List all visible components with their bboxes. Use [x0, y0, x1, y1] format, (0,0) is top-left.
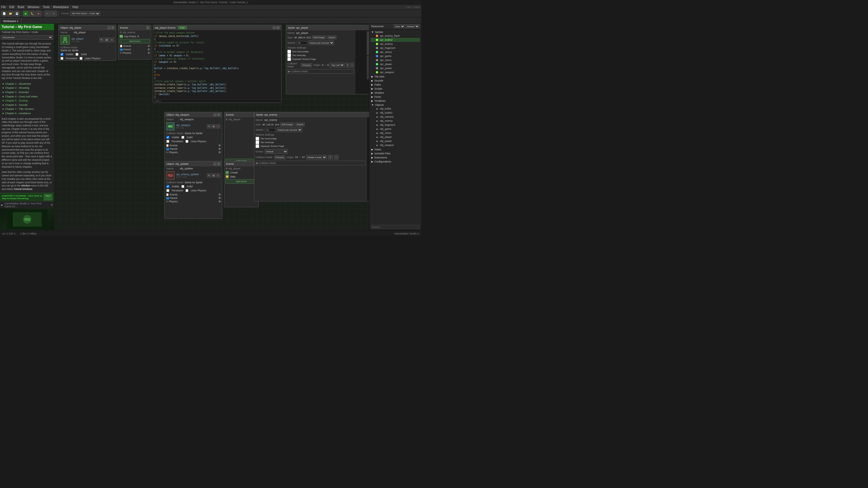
add-event-splatter-btn[interactable]: Add Event	[225, 179, 257, 184]
obj-splatter-edit-btn[interactable]: ✎	[207, 173, 211, 177]
obj-weapon-events-btn[interactable]: 📋 Events⚙	[166, 144, 221, 147]
edit-image-btn[interactable]: Edit Image	[312, 36, 326, 39]
run-btn[interactable]: ▶	[23, 11, 29, 17]
obj-player-delete-btn[interactable]: ✕	[110, 38, 114, 42]
undo-btn[interactable]: ↩	[44, 11, 50, 17]
res-spr-weapon[interactable]: spr_weapon	[371, 70, 420, 74]
res-obj-menu[interactable]: ◈ obj_menu	[371, 131, 420, 135]
res-section-timelines-header[interactable]: ▶ Timelines	[371, 99, 420, 103]
sprite-player-speed-input[interactable]	[297, 41, 307, 45]
res-obj-pawer[interactable]: ◈ obj_pawer	[371, 139, 420, 143]
debug-btn[interactable]: 🐛	[29, 11, 35, 17]
menu-build[interactable]: Build	[18, 5, 24, 9]
obj-splatter-min-btn[interactable]: —	[214, 162, 216, 165]
enemy-group-select[interactable]: Default	[265, 149, 288, 154]
res-spr-bullet2[interactable]: spr_bullet2	[371, 38, 420, 42]
obj-player-close-btn[interactable]: ✕	[112, 26, 114, 29]
chapter-7[interactable]: ● Chapter 7 - Title Screens	[2, 107, 52, 111]
obj-weapon-physics-btn[interactable]: ⚛ Physics⚙	[166, 151, 221, 154]
enemy-tile-h-check[interactable]	[255, 137, 259, 140]
obj-weapon-parent-btn[interactable]: 👥 Parent⚙	[166, 148, 221, 150]
res-section-objects-header[interactable]: ▼ Objects	[371, 103, 420, 107]
obj-splatter-persistent-check[interactable]	[166, 189, 169, 192]
res-section-paths-header[interactable]: ▶ Paths	[371, 83, 420, 87]
res-obj-fragment[interactable]: ◈ obj_fragment	[371, 123, 420, 127]
enemy-separate-check[interactable]	[255, 144, 259, 148]
stop-btn[interactable]: ■	[36, 11, 41, 17]
res-spr-pawer[interactable]: spr_pawer	[371, 66, 420, 70]
res-spr-venus[interactable]: spr_venus	[371, 50, 420, 54]
events-player-close-btn[interactable]: ✕	[146, 26, 149, 29]
obj-splatter-physics-check[interactable]	[185, 189, 188, 192]
enemy-import-btn[interactable]: Import	[296, 123, 305, 126]
res-section-shaders-header[interactable]: ▶ Shaders	[371, 91, 420, 95]
code-tab-step[interactable]: Step	[178, 26, 187, 29]
obj-weapon-min-btn[interactable]: —	[214, 113, 216, 116]
res-obj-bullet2[interactable]: ◈ obj_bullet2	[371, 111, 420, 115]
events-player-events-btn[interactable]: 📋Events⚙	[120, 44, 150, 47]
res-obj-camera[interactable]: ◈ obj_camera	[371, 115, 420, 119]
res-spr-enemy[interactable]: spr_enemy	[371, 42, 420, 46]
obj-weapon-persistent-check[interactable]	[166, 140, 169, 143]
obj-weapon-solid-check[interactable]	[181, 136, 184, 139]
obj-splatter-close-btn[interactable]: ✕	[217, 162, 220, 165]
obj-weapon-delete-btn[interactable]: ✕	[216, 124, 220, 128]
code-editor-close-btn[interactable]: ✕	[277, 26, 279, 29]
video-settings-icon[interactable]: ⚙	[51, 203, 53, 206]
enemy-zoom-in[interactable]: +	[328, 155, 333, 160]
res-spr-menu[interactable]: spr_menu	[371, 58, 420, 62]
menu-windows[interactable]: Windows	[28, 5, 40, 9]
chapter-dropdown[interactable]: Introduction	[1, 35, 53, 40]
res-obj-player[interactable]: ◈ obj_player	[371, 135, 420, 139]
obj-weapon-edit-btn[interactable]: ✎	[207, 124, 211, 128]
obj-player-persistent-check[interactable]	[60, 57, 63, 60]
sprite-zoom-in[interactable]: +	[346, 63, 349, 67]
tutorial-dropdown[interactable]: My First Game – Code	[70, 11, 100, 16]
chapter-5[interactable]: ● Chapter 5 - Scoring	[2, 99, 52, 103]
obj-splatter-solid-check[interactable]	[181, 185, 184, 188]
event-key-press[interactable]: ⌨ Key Press: 8	[118, 34, 151, 38]
chapter-6[interactable]: ● Chapter 6 - Sounds	[2, 103, 52, 107]
obj-weapon-physics-check[interactable]	[185, 140, 188, 143]
next-btn[interactable]: Next →	[44, 194, 52, 200]
res-obj-weapon[interactable]: ◈ obj_weapon	[371, 143, 420, 147]
enemy-zoom-out[interactable]: −	[334, 155, 339, 160]
obj-weapon-close-btn[interactable]: ✕	[217, 113, 220, 116]
collision-preview-btn[interactable]: Preview	[301, 63, 312, 67]
res-section-tilesets-header[interactable]: ▶ Tile Sets	[371, 75, 420, 78]
obj-splatter-browse-btn[interactable]: ⊞	[212, 173, 216, 177]
code-editor-min-btn[interactable]: —	[273, 26, 276, 29]
res-section-extensions-header[interactable]: ▶ Extensions	[371, 156, 420, 159]
menu-help[interactable]: Help	[72, 5, 79, 9]
res-spr-game[interactable]: spr_game	[371, 54, 420, 58]
save-btn[interactable]: 💾	[14, 11, 20, 17]
resources-filter-select[interactable]: Default	[406, 24, 420, 28]
chapter-4[interactable]: ● Chapter 4 - Lives And Views	[2, 95, 52, 99]
sprite-zoom-out[interactable]: −	[350, 63, 354, 67]
enemy-collision-mask-section[interactable]: ▶ Collision Mask	[255, 161, 365, 165]
menu-tools[interactable]: Tools	[43, 5, 50, 9]
code-editor-header[interactable]: obj_player Events Step — ✕	[153, 25, 281, 30]
obj-splatter-parent-btn[interactable]: 👥 Parent⚙	[166, 197, 221, 199]
obj-weapon-header[interactable]: Object: obj_weapon — ✕	[165, 112, 222, 118]
enemy-tile-v-check[interactable]	[255, 140, 259, 144]
obj-player-browse-btn[interactable]: ⊞	[104, 38, 109, 42]
code-editor-body[interactable]: //fire the main weapon button if (mouse_…	[153, 30, 281, 99]
obj-player-solid-check[interactable]	[75, 53, 79, 56]
import-btn[interactable]: Import	[327, 36, 337, 39]
events-player-physics-btn[interactable]: ⚛Physics⚙	[120, 52, 150, 54]
res-spr-enemy-flash[interactable]: spr_enemy_flash	[371, 34, 420, 38]
res-obj-bullet[interactable]: ◈ obj_bullet	[371, 107, 420, 111]
sprite-enemy-speed-unit[interactable]: frames per second	[277, 128, 302, 132]
res-section-configs-header[interactable]: ▶ Configurations	[371, 160, 420, 163]
obj-weapon-visible-check[interactable]	[166, 136, 169, 139]
obj-weapon-browse-btn[interactable]: ⊞	[212, 124, 216, 128]
resources-view-select[interactable]: View	[394, 24, 405, 28]
res-section-scripts-header[interactable]: ▶ Scripts	[371, 87, 420, 91]
enemy-origin-dropdown[interactable]: Middle Center	[306, 155, 327, 160]
obj-splatter-delete-btn[interactable]: ✕	[216, 173, 220, 177]
menu-file[interactable]: File	[1, 5, 6, 9]
res-spr-player[interactable]: spr_player	[371, 62, 420, 66]
obj-player-physics-check[interactable]	[80, 57, 83, 60]
obj-splatter-header[interactable]: Object: obj_splatter — ✕	[165, 161, 222, 166]
